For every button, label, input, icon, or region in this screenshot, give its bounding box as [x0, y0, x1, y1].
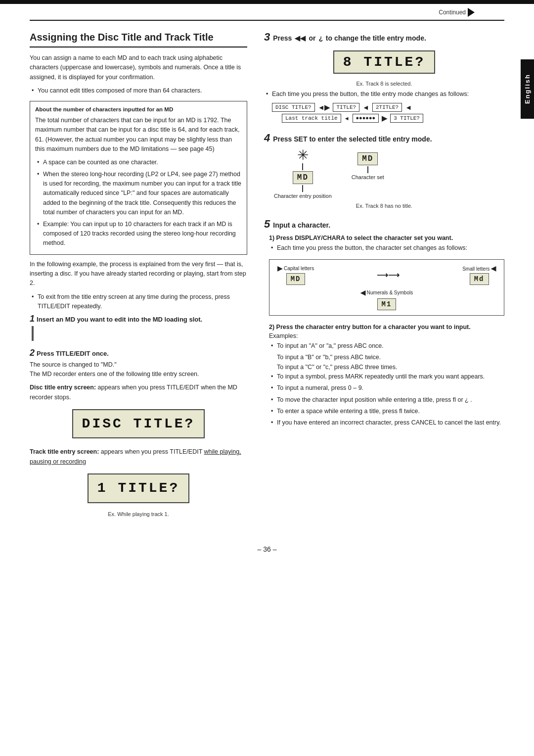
step-1: 1 Insert an MD you want to edit into the… [30, 314, 247, 341]
pos-md-display: MD [293, 171, 313, 184]
step-3-label-post: to change the title entry mode. [326, 34, 426, 42]
step-1-bar [32, 326, 247, 341]
step-4-caption-text: Ex. Track 8 has no title. [356, 203, 412, 209]
char-entry-pos: ✳ MD Character entry position [274, 148, 332, 199]
step-3-caption-text: Ex. Track 8 is selected. [356, 81, 412, 87]
track-lcd-text: 1 TITLE? [97, 480, 179, 496]
step-2-label: Press TITLE/EDIT once. [37, 350, 109, 357]
step-2-header: 2 Press TITLE/EDIT once. [30, 348, 247, 358]
char-entry-diagram: ✳ MD Character entry position MD Charact… [274, 148, 494, 199]
info-bullet-1: A space can be counted as one character. [35, 158, 242, 167]
substep-1: 1) Press DISPLAY/CHARA to select the cha… [269, 235, 504, 319]
info-bullet-2-text: When the stereo long-hour recording (LP2… [43, 171, 241, 216]
step-2-body: The source is changed to "MD." The MD re… [30, 360, 247, 519]
step-3-or: or [309, 34, 315, 42]
cap-to-small-arrow: ⟶⟶ [377, 270, 400, 280]
mode-box-disc: DISC TITLE? [272, 103, 315, 112]
step-4-caption: Ex. Track 8 has no title. [264, 203, 504, 209]
example-4-text: To move the character input position whi… [277, 396, 472, 403]
capital-md-display: MD [286, 273, 306, 285]
section-heading-text: Assigning the Disc Title and Track Title [30, 32, 214, 43]
mode-box-2title: 2TITLE? [372, 103, 402, 112]
step-5-number: 5 [264, 218, 270, 231]
mode-arrow-4: ◄ [344, 115, 350, 121]
capital-group: ▶ Capital letters MD [277, 265, 314, 285]
step-5: 5 Input a character. 1) Press DISPLAY/CH… [264, 218, 504, 427]
cap-label-text: Capital letters [284, 266, 314, 271]
info-bullet-3: Example: You can input up to 10 characte… [35, 220, 242, 248]
step-2: 2 Press TITLE/EDIT once. The source is c… [30, 348, 247, 519]
step-3-number: 3 [264, 31, 270, 44]
letters-bottom-row: ◀ Numerals & Symbols [277, 289, 496, 296]
info-bullet-3-text: Example: You can input up to 10 characte… [43, 221, 236, 247]
char-set-line [367, 166, 368, 173]
info-box: About the number of characters inputted … [30, 101, 247, 255]
substep-1-label: Press DISPLAY/CHARA to select the charac… [276, 235, 453, 241]
example-3-text: To input a numeral, press 0 – 9. [277, 384, 363, 391]
track-title-label: Track title entry screen: [30, 448, 99, 455]
bullet-1: You cannot edit titles composed of more … [30, 86, 247, 95]
bullet-1-text: You cannot edit titles composed of more … [38, 87, 202, 94]
example-2: To input a symbol, press MARK repeatedly… [269, 372, 504, 381]
example-6-text: If you have entered an incorrect charact… [277, 419, 501, 426]
substep-2-header: 2) Press the character entry button for … [269, 324, 504, 331]
english-tab-label: English [524, 74, 531, 104]
step-3-caption: Ex. Track 8 is selected. [264, 81, 504, 87]
substep-1-header: 1) Press DISPLAY/CHARA to select the cha… [269, 235, 504, 241]
cap-arrow-right-icon: ▶ [277, 265, 282, 272]
section-heading: Assigning the Disc Title and Track Title [30, 31, 247, 47]
example-6: If you have entered an incorrect charact… [269, 418, 504, 427]
substep-2-number: 2) [269, 324, 274, 331]
disc-lcd-text: DISC TITLE? [82, 416, 195, 431]
info-bullet-1-text: A space can be counted as one character. [43, 159, 158, 166]
main-content: Assigning the Disc Title and Track Title… [0, 21, 534, 535]
mode-box-3title: 3 TITLE? [390, 114, 423, 123]
small-group: Small letters ◀ Md [462, 265, 496, 285]
info-box-title: About the number of characters inputted … [35, 105, 242, 114]
example-1c-text: To input a "C" or "c," press ABC three t… [277, 364, 398, 371]
substep-2-label: Press the character entry button for a c… [276, 324, 471, 331]
numerals-md-display: M1 [377, 298, 397, 310]
info-box-body: The total number of characters that can … [35, 116, 242, 154]
examples-label: Examples: [269, 332, 504, 339]
right-column: 3 Press ◀◀ or ¿ to change the title entr… [259, 31, 504, 525]
step-4-number: 4 [264, 132, 270, 144]
step-3-reverse-icon: ¿ [318, 35, 322, 43]
info-box-body-text: The total number of characters that can … [35, 117, 239, 152]
step-2-body2: The MD recorder enters one of the follow… [30, 370, 247, 379]
top-bar [0, 0, 534, 4]
example-1b-text: To input a "B" or "b," press ABC twice. [277, 354, 381, 361]
track-lcd-caption: Ex. While playing track 1. [30, 510, 247, 519]
step-5-label: Input a character. [273, 221, 330, 229]
numerals-label-text: Numerals & Symbols [367, 290, 413, 295]
step-4-label: Press SET to enter the selected title en… [273, 135, 432, 143]
step-1-number: 1 [30, 314, 35, 324]
track-lcd-caption-text: Ex. While playing track 1. [108, 511, 169, 517]
disc-lcd-container: DISC TITLE? [30, 405, 247, 442]
step-3-label-pre: Press [273, 34, 292, 42]
continued-text: Continued [439, 9, 466, 16]
continued-area: Continued [0, 4, 534, 17]
page-container: Continued English Assigning the Disc Tit… [0, 0, 534, 756]
mode-arrow-3: ◄ [405, 103, 412, 111]
cap-label-row: ▶ Capital letters [277, 265, 314, 272]
char-set-label: Character set [352, 174, 384, 180]
mode-diagram: DISC TITLE? ◄▶ TITLE? ◄ 2TITLE? ◄ Last t… [272, 103, 504, 123]
left-column: Assigning the Disc Title and Track Title… [30, 31, 247, 525]
mode-box-title: TITLE? [333, 103, 359, 112]
example-5-text: To enter a space while entering a title,… [277, 408, 420, 415]
page-number: – 36 – [258, 545, 277, 553]
letters-top-row: ▶ Capital letters MD ⟶⟶ Small letters [277, 265, 496, 285]
following-bullet: To exit from the title entry screen at a… [30, 292, 247, 312]
disc-title-label: Disc title entry screen: [30, 384, 96, 391]
intro-text: You can assign a name to each MD and to … [30, 53, 247, 82]
mode-box-dots: ●●●●●● [353, 114, 379, 123]
char-set-item: MD Character set [352, 152, 384, 199]
step-3-note-text: Each time you press the button, the titl… [272, 91, 469, 97]
num-arrow-left: ◀ [360, 289, 365, 296]
example-2-text: To input a symbol, press MARK repeatedly… [277, 373, 485, 380]
step-1-header: 1 Insert an MD you want to edit into the… [30, 314, 247, 324]
page-footer: – 36 – [0, 535, 534, 558]
step-2-number: 2 [30, 348, 35, 358]
examples-label-text: Examples: [269, 332, 298, 339]
